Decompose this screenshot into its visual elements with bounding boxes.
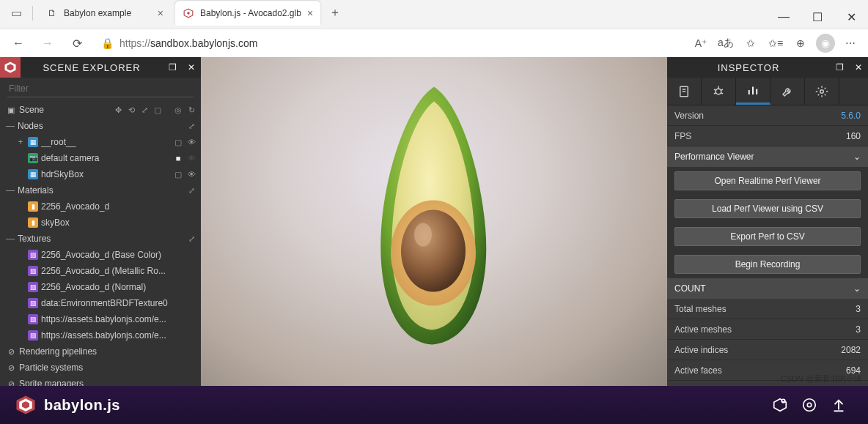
- brand-name: babylon.js: [44, 397, 120, 414]
- tab-label: Babylon.js - Avocado2.glb: [200, 8, 301, 18]
- tab-overview-button[interactable]: ▭: [6, 3, 26, 23]
- eye-icon[interactable]: 👁: [186, 169, 196, 179]
- section-performance[interactable]: Performance Viewer ⌄: [667, 146, 868, 167]
- new-tab-button[interactable]: ＋: [325, 3, 345, 23]
- load-perf-button[interactable]: Load Perf Viewer using CSV: [674, 199, 861, 218]
- url-field[interactable]: 🔒 https://sandbox.babylonjs.com: [94, 32, 685, 54]
- expand-icon[interactable]: +: [16, 137, 25, 147]
- box-icon[interactable]: ▢: [173, 137, 183, 147]
- tree-rendering[interactable]: ⊘Rendering pipelines: [0, 343, 201, 360]
- browser-tab-1[interactable]: Babylon.js - Avocado2.glb ×: [175, 1, 320, 26]
- collapse-icon[interactable]: —: [6, 234, 15, 244]
- image-icon: ▣: [6, 105, 16, 115]
- inspector-toggle-button[interactable]: [795, 390, 824, 420]
- open-perf-button[interactable]: Open Realtime Perf Viewer: [674, 171, 861, 190]
- scale-icon[interactable]: ⤢: [139, 105, 150, 115]
- upload-button[interactable]: [824, 390, 853, 420]
- close-panel-button[interactable]: ✕: [849, 58, 868, 77]
- tab-label: Babylon example: [64, 8, 152, 18]
- url-scheme: https://: [119, 37, 150, 49]
- refresh-button[interactable]: ⟳: [65, 32, 89, 54]
- environment-button[interactable]: [765, 390, 795, 420]
- close-window-button[interactable]: ✕: [834, 5, 868, 29]
- app-body: SCENE EXPLORER ❐ ✕ ▣ Scene ✥ ⟲ ⤢ ▢ ◎ ↻: [0, 57, 868, 386]
- tree-texture[interactable]: ▧2256_Avocado_d (Base Color): [0, 247, 201, 263]
- tree-textures[interactable]: — Textures ⤢: [0, 231, 201, 247]
- tree-root[interactable]: + ▦ __root__ ▢👁: [0, 134, 201, 150]
- empty-icon: ⊘: [6, 347, 16, 357]
- version-link[interactable]: 5.6.0: [841, 111, 861, 121]
- tree-material[interactable]: ▮ skyBox: [0, 215, 201, 231]
- record-button[interactable]: Begin Recording: [674, 255, 861, 274]
- texture-icon: ▧: [28, 250, 38, 260]
- popout-button[interactable]: ❐: [830, 58, 849, 77]
- mesh-icon: ▦: [28, 169, 38, 179]
- favorite-icon[interactable]: ✩: [739, 32, 762, 54]
- box-icon[interactable]: ▢: [173, 169, 183, 179]
- tab-settings[interactable]: [805, 78, 839, 105]
- favorites-bar-icon[interactable]: ✩≡: [764, 32, 787, 54]
- tree-particles[interactable]: ⊘Particle systems: [0, 360, 201, 376]
- lock-icon: 🔒: [101, 37, 114, 49]
- tree-camera[interactable]: 📷 default camera ■👁: [0, 150, 201, 166]
- translate-icon[interactable]: aあ: [714, 32, 738, 54]
- tree-skybox[interactable]: ▦ hdrSkyBox ▢👁: [0, 166, 201, 182]
- maximize-button[interactable]: ☐: [801, 5, 834, 29]
- camera-active-icon[interactable]: ■: [173, 153, 183, 163]
- bounding-icon[interactable]: ▢: [152, 105, 163, 115]
- rotate-icon[interactable]: ⟲: [126, 105, 136, 115]
- eye-icon[interactable]: 👁: [186, 137, 196, 147]
- tab-debug[interactable]: [702, 78, 736, 105]
- more-menu-button[interactable]: ⋯: [839, 32, 862, 54]
- tree-materials[interactable]: — Materials ⤢: [0, 182, 201, 198]
- collapse-icon[interactable]: —: [6, 185, 15, 196]
- viewport-3d[interactable]: [201, 57, 667, 386]
- tree-scene[interactable]: ▣ Scene ✥ ⟲ ⤢ ▢ ◎ ↻: [0, 102, 201, 118]
- texture-icon: ▧: [28, 266, 38, 276]
- filter-input[interactable]: [7, 81, 194, 97]
- tree-nodes[interactable]: — Nodes ⤢: [0, 118, 201, 134]
- empty-icon: ⊘: [6, 379, 16, 387]
- avocado-model: [357, 81, 511, 352]
- babylon-logo-icon: [0, 57, 21, 78]
- browser-tab-0[interactable]: 🗋 Babylon example ×: [39, 1, 171, 26]
- expand-icon[interactable]: ⤢: [186, 185, 196, 196]
- tree-texture[interactable]: ▧2256_Avocado_d (Metallic Ro...: [0, 263, 201, 279]
- back-button[interactable]: ←: [6, 32, 31, 54]
- popout-button[interactable]: ❐: [163, 58, 182, 77]
- scene-explorer-panel: SCENE EXPLORER ❐ ✕ ▣ Scene ✥ ⟲ ⤢ ▢ ◎ ↻: [0, 57, 201, 386]
- eye-icon[interactable]: 👁: [186, 153, 196, 163]
- refresh-icon[interactable]: ↻: [186, 105, 196, 115]
- stat-fps: FPS 160: [667, 126, 868, 146]
- picking-icon[interactable]: ◎: [173, 105, 183, 115]
- close-icon[interactable]: ×: [307, 7, 313, 19]
- close-panel-button[interactable]: ✕: [182, 58, 201, 77]
- tree-texture[interactable]: ▧data:EnvironmentBRDFTexture0: [0, 295, 201, 311]
- svg-point-10: [716, 89, 721, 94]
- panel-title: INSPECTOR: [667, 62, 830, 73]
- collections-icon[interactable]: ⊕: [789, 32, 812, 54]
- expand-icon[interactable]: ⤢: [186, 121, 196, 131]
- reader-mode-icon[interactable]: A⁺: [689, 32, 713, 54]
- bottom-bar: babylon.js: [0, 386, 868, 424]
- tab-tools[interactable]: [770, 78, 805, 105]
- brand-logo: babylon.js: [15, 394, 120, 416]
- export-perf-button[interactable]: Export Perf to CSV: [674, 227, 861, 246]
- stat-row: Active indices2082: [667, 340, 868, 360]
- tree-texture[interactable]: ▧https://assets.babylonjs.com/e...: [0, 327, 201, 343]
- minimize-button[interactable]: —: [767, 5, 801, 29]
- tree-texture[interactable]: ▧2256_Avocado_d (Normal): [0, 279, 201, 295]
- section-count[interactable]: COUNT ⌄: [667, 278, 868, 299]
- tree-material[interactable]: ▮ 2256_Avocado_d: [0, 198, 201, 215]
- tab-properties[interactable]: [667, 78, 702, 105]
- close-icon[interactable]: ×: [158, 7, 163, 19]
- collapse-icon[interactable]: —: [6, 121, 15, 131]
- expand-icon[interactable]: ⤢: [186, 234, 196, 244]
- move-icon[interactable]: ✥: [113, 105, 123, 115]
- tree-texture[interactable]: ▧https://assets.babylonjs.com/e...: [0, 311, 201, 327]
- tab-statistics[interactable]: [736, 78, 770, 105]
- inspector-panel: INSPECTOR ❐ ✕ Version 5.6.0 FPS 160 Perf…: [667, 57, 868, 386]
- profile-avatar[interactable]: ◉: [814, 32, 837, 54]
- tree-sprites[interactable]: ⊘Sprite managers: [0, 376, 201, 386]
- forward-button[interactable]: →: [35, 32, 60, 54]
